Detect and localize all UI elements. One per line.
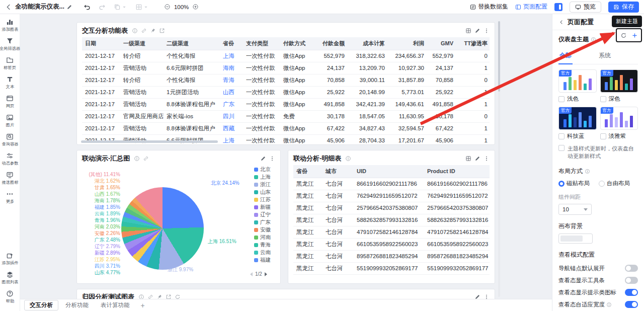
preview-button[interactable]: 预览 (570, 2, 601, 13)
edit-chart-icon[interactable] (260, 156, 266, 162)
legend-item[interactable]: 浙江 (254, 182, 271, 187)
legend-item[interactable]: 山东 (254, 189, 271, 195)
sidebar-item-help[interactable]: 帮助 (6, 290, 15, 304)
table-view-icon[interactable] (465, 28, 471, 34)
theme-card[interactable]: 官方深色 (600, 69, 638, 103)
column-header[interactable]: 二级渠道 (164, 37, 220, 50)
province-link[interactable]: 上海 (220, 134, 243, 144)
chart-card-detail-table[interactable]: 联动分析-明细表 省份城市UIDProduct ID黑龙江七台河86619166… (288, 150, 495, 284)
legend-item[interactable]: 江苏 (254, 197, 271, 202)
radio-option[interactable]: 自由布局 (599, 180, 630, 187)
province-link[interactable]: 广东 (220, 98, 243, 110)
theme-checkbox[interactable] (600, 96, 606, 102)
refresh-icon[interactable] (175, 294, 181, 299)
legend-item[interactable]: 上海 (254, 174, 271, 180)
toggle-switch[interactable] (625, 277, 638, 284)
legend-item[interactable]: 安徽 (254, 227, 271, 232)
link-icon[interactable] (141, 28, 147, 34)
theme-checkbox[interactable] (600, 133, 606, 139)
caret-down-icon[interactable] (121, 4, 127, 10)
add-page-button[interactable]: + (138, 301, 148, 309)
link-icon[interactable] (147, 294, 153, 299)
edit-chart-icon[interactable] (474, 294, 480, 299)
legend-item[interactable]: 新疆 (254, 204, 271, 210)
legend-item[interactable]: 青海 (254, 242, 271, 248)
sidebar-item-funnel[interactable]: 全局筛选器 (0, 37, 21, 52)
layout-icon[interactable] (135, 4, 142, 11)
toggle-switch[interactable] (625, 301, 638, 308)
column-header[interactable]: 付款金额 (314, 37, 348, 50)
sidebar-item-chart[interactable]: 添加图表 (1, 18, 19, 33)
refresh-theme-icon[interactable] (620, 32, 627, 39)
column-header[interactable]: Product ID (424, 165, 490, 178)
sidebar-item-params[interactable]: 动态参数 (1, 152, 19, 167)
link-icon[interactable] (143, 156, 149, 162)
theme-card[interactable]: 官方科技蓝 (558, 107, 597, 140)
caret-down-icon[interactable] (143, 4, 149, 10)
legend-item[interactable]: 云南 (254, 250, 271, 255)
column-header[interactable]: UID (354, 165, 424, 178)
theme-checkbox[interactable] (558, 133, 565, 139)
edit-chart-icon[interactable] (474, 156, 480, 162)
legend-prev-icon[interactable] (250, 272, 253, 276)
chart-card-pie[interactable]: 联动演示-汇总图 (其他) 11.41%湖北 1.62%甘肃 1.65%山西 1… (76, 150, 281, 284)
column-header[interactable]: GMV (427, 37, 456, 50)
save-button[interactable]: 保存 (608, 2, 639, 13)
column-header[interactable]: 省份 (293, 165, 323, 178)
legend-item[interactable]: 辽宁 (254, 212, 271, 217)
pin-icon[interactable] (156, 294, 163, 299)
province-link[interactable]: 西藏 (220, 122, 243, 134)
zoom-out-icon[interactable] (164, 4, 171, 10)
province-link[interactable]: 山西 (220, 86, 243, 98)
chart-card-attribution[interactable]: 归因分析测试图表 (76, 289, 495, 299)
sidebar-item-more[interactable]: 更多 (6, 190, 15, 205)
collapse-panel-icon[interactable] (558, 19, 565, 25)
tab-all[interactable]: 全部 (558, 50, 573, 64)
page-tab-3[interactable]: 表计算功能 (96, 300, 135, 310)
sidebar-item-web[interactable]: 网页 (6, 95, 15, 109)
sidebar-item-plugin[interactable]: 添加插件 (1, 252, 19, 266)
more-icon[interactable] (484, 28, 490, 34)
column-header[interactable]: 付款方式 (280, 37, 314, 50)
sidebar-item-searchbox[interactable]: 查询容器 (1, 133, 19, 147)
column-header[interactable]: 省份 (220, 37, 243, 50)
theme-checkbox[interactable] (558, 96, 565, 102)
legend-item[interactable]: 河南 (254, 235, 271, 240)
horizontal-scrollbar[interactable] (81, 140, 218, 143)
theme-card[interactable]: 官方淡雅紫 (600, 107, 638, 140)
legend-next-icon[interactable] (265, 272, 267, 276)
legend-item[interactable]: 广东 (254, 219, 271, 225)
edit-title-icon[interactable] (66, 4, 72, 10)
toggle-switch[interactable] (625, 289, 638, 296)
replace-dataset-button[interactable]: 替换数据集 (470, 3, 508, 11)
canvas-bg-input[interactable] (558, 234, 593, 244)
more-icon[interactable] (484, 294, 490, 299)
sidebar-item-text[interactable]: 文本 (6, 75, 15, 90)
sidebar-item-layers[interactable]: 图层列表 (1, 271, 19, 285)
table-view-icon[interactable] (465, 156, 471, 162)
pin-icon[interactable] (150, 28, 156, 34)
legend-item[interactable]: 北京 (254, 167, 271, 172)
province-link[interactable]: 海南 (220, 62, 243, 74)
province-link[interactable]: 上海 (220, 50, 243, 62)
more-icon[interactable] (269, 156, 275, 162)
copy-icon[interactable] (114, 4, 121, 11)
canvas-scrollbar[interactable] (498, 21, 500, 297)
page-config-button[interactable]: 页面配置 (515, 3, 547, 11)
column-header[interactable]: 城市 (323, 165, 354, 178)
sidebar-item-image[interactable]: 图片 (6, 114, 15, 128)
sidebar-item-push[interactable]: 推送图标 (1, 171, 19, 186)
page-tab-2[interactable]: 分析功能 (60, 300, 94, 310)
undo-icon[interactable] (84, 4, 91, 11)
pie[interactable] (121, 187, 204, 270)
tab-system[interactable]: 系统 (598, 50, 612, 64)
add-theme-icon[interactable] (631, 32, 638, 39)
sidebar-item-tab[interactable]: 标签页 (3, 56, 17, 71)
zoom-in-icon[interactable] (192, 4, 199, 10)
column-header[interactable]: 一级渠道 (120, 37, 164, 50)
theme-card[interactable]: 官方浅色 (558, 69, 597, 103)
export-icon[interactable] (166, 294, 172, 299)
province-link[interactable]: 青海 (220, 74, 243, 86)
export-icon[interactable] (159, 28, 165, 34)
panel-toggle-icon[interactable] (554, 3, 562, 11)
